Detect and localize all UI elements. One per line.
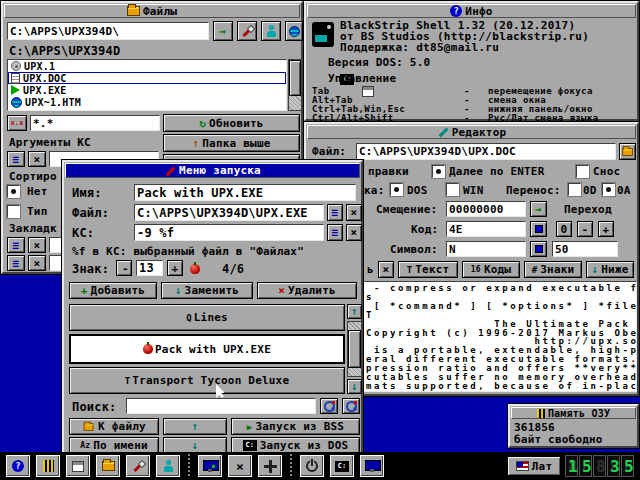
search-prev-button[interactable]	[342, 398, 360, 414]
add-button[interactable]: +Добавить	[69, 282, 157, 299]
wrap-0a-checkbox[interactable]	[602, 183, 615, 196]
question-icon: ?	[12, 460, 24, 472]
up-icon: ↑	[192, 420, 199, 433]
sort-none-label: Нет	[27, 185, 47, 198]
menu-item[interactable]: TTransport Tycoon Deluxe	[69, 367, 345, 394]
dec-input[interactable]	[552, 241, 618, 257]
minus-button[interactable]: -	[577, 221, 593, 237]
path-input[interactable]	[7, 22, 209, 40]
refresh-button[interactable]: ↻Обновить	[163, 114, 300, 132]
bookmark2-clear-button[interactable]: ×	[28, 255, 46, 271]
clock-digit: 85	[621, 455, 634, 477]
taskbar-memory-button[interactable]	[36, 455, 60, 477]
taskbar-close-button[interactable]: ×	[228, 455, 252, 477]
name-input[interactable]	[134, 184, 356, 201]
user-button[interactable]	[261, 21, 281, 41]
zero-button[interactable]: 0	[556, 221, 572, 237]
text-view-button[interactable]: TТекст	[398, 261, 458, 278]
bookmark1-menu-button[interactable]: ≡	[7, 237, 25, 253]
to-file-button[interactable]: К файлу	[69, 418, 159, 435]
search-input[interactable]	[126, 398, 316, 414]
taskbar-move-button[interactable]	[258, 455, 282, 477]
taskbar-files-button[interactable]	[96, 455, 120, 477]
code-apply-button[interactable]	[530, 221, 547, 237]
browse-file-button[interactable]	[619, 143, 636, 160]
win-encoding-radio[interactable]	[446, 183, 459, 196]
goto-offset-button[interactable]: →	[530, 201, 547, 217]
sign-input[interactable]	[136, 260, 163, 276]
enter-next-checkbox[interactable]	[432, 165, 445, 178]
search-next-button[interactable]	[320, 398, 338, 414]
plus-icon: +	[172, 262, 179, 275]
clock-digit: 81	[565, 455, 578, 477]
code-input[interactable]	[446, 221, 526, 237]
sort-type-checkbox[interactable]	[7, 205, 20, 218]
args-menu-button[interactable]: ≡	[7, 151, 25, 167]
taskbar-monitor-button[interactable]	[360, 455, 384, 477]
codes-view-button[interactable]: 16Коды	[462, 261, 520, 278]
folder-up-button[interactable]: ↑Папка выше	[163, 134, 300, 152]
menu-scrollbar[interactable]	[347, 321, 362, 377]
toolbar-close-button[interactable]: ×	[378, 261, 394, 278]
char-apply-button[interactable]	[530, 241, 547, 257]
info-titlebar[interactable]: ? Инфо	[307, 4, 636, 18]
plus-button[interactable]: +	[598, 221, 614, 237]
delete-button[interactable]: ×Удалить	[257, 282, 357, 299]
memory-titlebar[interactable]: Память ОЗУ	[511, 407, 636, 419]
scroll-down-button[interactable]: ↓	[347, 379, 362, 394]
snos-checkbox[interactable]	[576, 165, 589, 178]
ks-input[interactable]	[134, 224, 324, 241]
ks-menu-button[interactable]: ≡	[327, 224, 343, 241]
files-scrollbar[interactable]	[288, 59, 302, 111]
move-up-button[interactable]: ↑	[163, 418, 227, 435]
dlg-run-bss-button[interactable]: ▶Запуск из BSS	[231, 418, 360, 435]
controls-label: Управление	[328, 72, 396, 85]
filter-mask-button[interactable]: x.x	[7, 115, 27, 131]
launch-menu-titlebar[interactable]: Меню запуска	[65, 163, 360, 178]
file-row[interactable]: UPX~1.HTM	[8, 96, 286, 108]
files-titlebar[interactable]: Файлы	[4, 4, 300, 18]
file-row-selected[interactable]: UPX.DOC	[8, 72, 286, 84]
file-row[interactable]: UPX.EXE	[8, 84, 286, 96]
taskbar-dos-button[interactable]: C:	[330, 455, 354, 477]
taskbar-help-button[interactable]: ?	[6, 455, 30, 477]
taskbar-power-button[interactable]	[300, 455, 324, 477]
signs-view-button[interactable]: #Знаки	[524, 261, 582, 278]
filter-input[interactable]	[30, 115, 160, 131]
dlg-file-clear-button[interactable]: ×	[346, 204, 362, 221]
dlg-file-input[interactable]	[134, 204, 324, 221]
offset-input[interactable]	[446, 201, 526, 217]
taskbar-user-button[interactable]	[156, 455, 180, 477]
taskbar-display-button[interactable]	[198, 455, 222, 477]
bookmark1-clear-button[interactable]: ×	[28, 237, 46, 253]
sign-plus-button[interactable]: +	[167, 260, 183, 276]
sign-minus-button[interactable]: -	[116, 260, 132, 276]
go-path-button[interactable]: →	[213, 21, 233, 41]
editor-file-input[interactable]	[356, 143, 616, 160]
scroll-up-button[interactable]: ↑	[347, 304, 362, 319]
edit-path-button[interactable]	[237, 21, 257, 41]
taskbar: ? × C: Лат 81 85 8 83 85	[0, 452, 640, 480]
editor-titlebar[interactable]: Редактор	[307, 125, 636, 139]
bookmark2-menu-button[interactable]: ≡	[7, 255, 25, 271]
current-dir-label: C:\APPS\UPX394D	[9, 44, 120, 58]
language-button[interactable]: Лат	[507, 456, 561, 476]
char-input[interactable]	[446, 241, 526, 257]
file-row[interactable]: UPX.1	[8, 60, 286, 72]
dos-version-label: Версия DOS: 5.0	[328, 56, 430, 69]
history-button[interactable]	[285, 21, 303, 41]
taskbar-window-button[interactable]	[66, 455, 90, 477]
taskbar-editor-button[interactable]	[126, 455, 150, 477]
args-clear-button[interactable]: ×	[28, 151, 46, 167]
dlg-file-menu-button[interactable]: ≡	[327, 204, 343, 221]
scroll-below-button[interactable]: ↓Ниже	[586, 261, 634, 278]
menu-item-selected[interactable]: Pack with UPX.EXE	[69, 334, 345, 364]
sort-none-radio[interactable]	[7, 185, 20, 198]
ks-clear-button[interactable]: ×	[346, 224, 362, 241]
bs-logo-icon	[312, 22, 334, 47]
menu-item[interactable]: QLines	[69, 304, 345, 331]
wrap-0d-checkbox[interactable]	[568, 183, 581, 196]
down-icon: ↓	[192, 439, 199, 452]
replace-button[interactable]: ↓Заменить	[161, 282, 253, 299]
dos-encoding-radio[interactable]	[390, 183, 403, 196]
